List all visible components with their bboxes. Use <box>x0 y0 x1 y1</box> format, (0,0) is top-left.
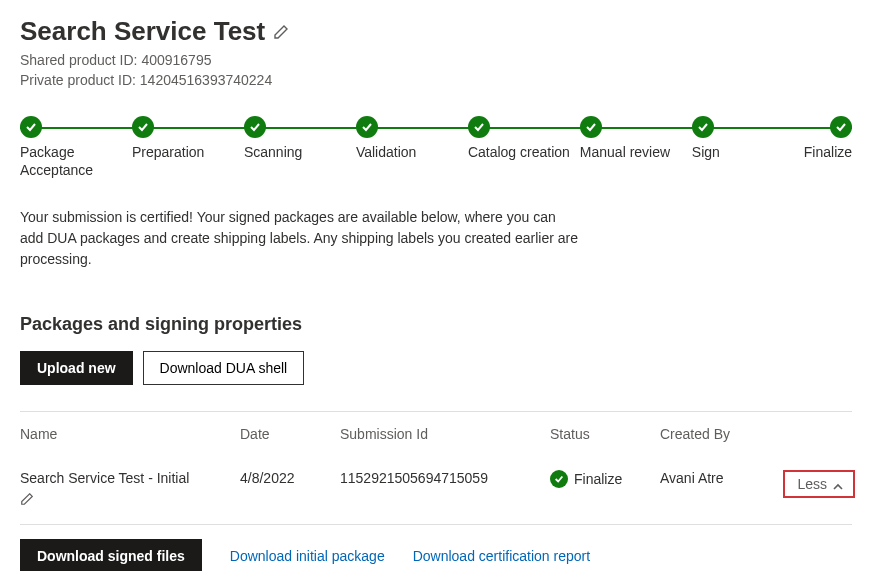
cell-submission-id: 1152921505694715059 <box>340 470 550 486</box>
step-sign: Sign <box>692 116 804 162</box>
step-label: Manual review <box>580 144 670 162</box>
step-scanning: Scanning <box>244 116 356 162</box>
cell-status: Finalize <box>550 470 660 488</box>
checkmark-icon <box>20 116 42 138</box>
download-signed-files-button[interactable]: Download signed files <box>20 539 202 571</box>
collapse-toggle-button[interactable]: Less <box>783 470 855 498</box>
shared-product-id: Shared product ID: 400916795 <box>20 51 852 71</box>
checkmark-icon <box>580 116 602 138</box>
page-title: Search Service Test <box>20 16 852 47</box>
header-submission-id: Submission Id <box>340 426 550 442</box>
checkmark-icon <box>132 116 154 138</box>
row-name-text: Search Service Test - Initial <box>20 470 240 486</box>
step-label: Preparation <box>132 144 204 162</box>
progress-stepper: Package Acceptance Preparation Scanning … <box>20 116 852 179</box>
status-checkmark-icon <box>550 470 568 488</box>
step-catalog-creation: Catalog creation <box>468 116 580 162</box>
step-package-acceptance: Package Acceptance <box>20 116 132 179</box>
checkmark-icon <box>244 116 266 138</box>
header-date: Date <box>240 426 340 442</box>
checkmark-icon <box>468 116 490 138</box>
download-certification-report-link[interactable]: Download certification report <box>413 548 590 564</box>
step-label: Scanning <box>244 144 302 162</box>
step-label: Package Acceptance <box>20 144 130 179</box>
table-row: Search Service Test - Initial 4/8/2022 1… <box>20 456 852 525</box>
cell-date: 4/8/2022 <box>240 470 340 486</box>
header-created-by: Created By <box>660 426 780 442</box>
chevron-up-icon <box>833 479 843 489</box>
cell-name: Search Service Test - Initial <box>20 470 240 506</box>
edit-title-pencil-icon[interactable] <box>273 24 289 40</box>
checkmark-icon <box>830 116 852 138</box>
download-initial-package-link[interactable]: Download initial package <box>230 548 385 564</box>
header-name: Name <box>20 426 240 442</box>
status-message: Your submission is certified! Your signe… <box>20 207 580 270</box>
packages-table: Name Date Submission Id Status Created B… <box>20 411 852 525</box>
edit-row-pencil-icon[interactable] <box>20 492 34 506</box>
step-label: Catalog creation <box>468 144 570 162</box>
step-preparation: Preparation <box>132 116 244 162</box>
step-label: Validation <box>356 144 416 162</box>
download-dua-shell-button[interactable]: Download DUA shell <box>143 351 305 385</box>
title-text: Search Service Test <box>20 16 265 47</box>
private-product-id: Private product ID: 14204516393740224 <box>20 71 852 91</box>
table-header-row: Name Date Submission Id Status Created B… <box>20 412 852 456</box>
row-actions: Download signed files Download initial p… <box>20 539 852 571</box>
packages-section-title: Packages and signing properties <box>20 314 852 335</box>
cell-created-by: Avani Atre <box>660 470 780 486</box>
upload-new-button[interactable]: Upload new <box>20 351 133 385</box>
status-text: Finalize <box>574 471 622 487</box>
checkmark-icon <box>692 116 714 138</box>
step-label: Finalize <box>804 144 852 162</box>
checkmark-icon <box>356 116 378 138</box>
step-manual-review: Manual review <box>580 116 692 162</box>
toggle-label: Less <box>797 476 827 492</box>
step-validation: Validation <box>356 116 468 162</box>
header-status: Status <box>550 426 660 442</box>
step-label: Sign <box>692 144 720 162</box>
step-finalize: Finalize <box>804 116 852 162</box>
